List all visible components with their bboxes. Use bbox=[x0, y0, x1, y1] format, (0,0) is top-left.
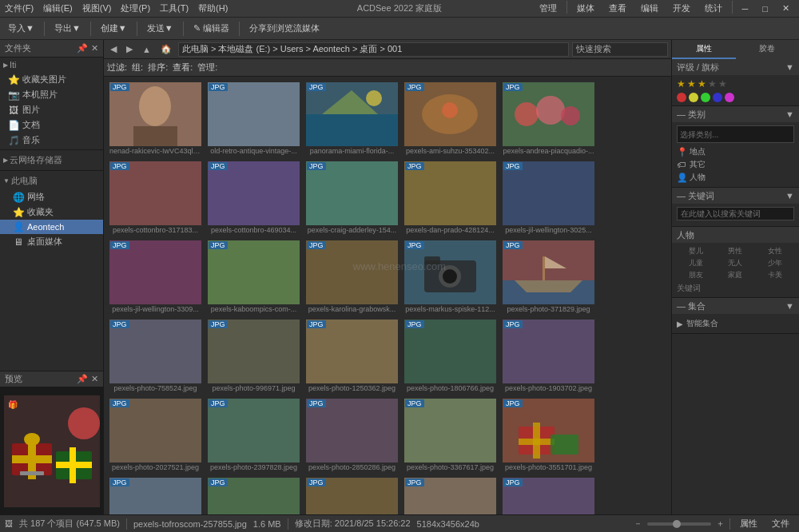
thumbnail-item[interactable]: JPG pexels-andrea-piacquadio-... bbox=[500, 80, 597, 157]
tree-item-favorites[interactable]: ⭐ 收藏夹 bbox=[0, 204, 103, 220]
tree-item-pictures[interactable]: 🖼 图片 bbox=[0, 102, 103, 117]
vb-filter[interactable]: 过滤: bbox=[107, 62, 127, 73]
mode-edit[interactable]: 编辑 bbox=[636, 1, 663, 16]
menu-help[interactable]: 帮助(H) bbox=[198, 2, 228, 14]
thumbnail-item[interactable]: JPG panorama-miami-florida-... bbox=[304, 80, 400, 157]
window-close[interactable]: ✕ bbox=[777, 1, 794, 16]
star2[interactable]: ★ bbox=[687, 78, 696, 89]
mode-media[interactable]: 媒体 bbox=[572, 1, 599, 16]
thumbnail-item[interactable]: JPG nenad-rakicevic-IwVC43qly... bbox=[107, 80, 204, 157]
nav-back-button[interactable]: ◀ bbox=[107, 43, 120, 55]
window-maximize[interactable]: □ bbox=[757, 1, 773, 16]
person-friend[interactable]: 朋友 bbox=[677, 270, 715, 280]
thumbnail-item[interactable]: JPG pexels-cottonbro-317183... bbox=[107, 159, 204, 236]
zoom-slider[interactable] bbox=[647, 522, 711, 526]
toolbar-editor[interactable]: ✎ 编辑器 bbox=[189, 21, 234, 36]
panel-close-icon[interactable]: ✕ bbox=[91, 43, 98, 54]
preview-pin-icon[interactable]: 📌 bbox=[77, 374, 88, 384]
preview-close-icon[interactable]: ✕ bbox=[91, 374, 98, 384]
thumbnail-item[interactable]: JPG pexels-craig-adderley-154... bbox=[304, 159, 400, 236]
view-mode-file[interactable]: 文件 bbox=[767, 516, 794, 531]
star3[interactable]: ★ bbox=[698, 78, 706, 89]
vb-group[interactable]: 组: bbox=[132, 62, 143, 73]
menu-view[interactable]: 视图(V) bbox=[82, 2, 112, 14]
thumbnail-item[interactable]: JPG pexels-photo-3367617.jpeg bbox=[402, 396, 499, 474]
thumbnail-item[interactable]: JPG pexels-photo-1903702.jpeg bbox=[500, 317, 597, 395]
star1[interactable]: ★ bbox=[677, 78, 686, 89]
person-family[interactable]: 家庭 bbox=[717, 270, 755, 280]
section-category-toggle[interactable]: ▼ bbox=[785, 109, 794, 119]
thumbnail-item[interactable]: JPG pexels-photo-3551701.jpeg bbox=[500, 396, 597, 474]
section-keywords-toggle[interactable]: ▼ bbox=[785, 191, 794, 200]
menu-edit[interactable]: 编辑(E) bbox=[43, 2, 73, 14]
vb-sort[interactable]: 排序: bbox=[148, 62, 168, 73]
person-baby[interactable]: 婴儿 bbox=[677, 246, 715, 256]
person-child[interactable]: 儿童 bbox=[677, 258, 715, 268]
section-keywords-header[interactable]: — 关键词 ▼ bbox=[672, 188, 799, 204]
thumbnail-item[interactable]: JPG pexels-pixabay-264771.jpeg bbox=[205, 475, 302, 514]
category-other[interactable]: 🏷 其它 bbox=[677, 158, 794, 171]
person-female[interactable]: 女性 bbox=[756, 246, 794, 256]
smart-collection-item[interactable]: ▶ 智能集合 bbox=[677, 317, 794, 330]
toolbar-share[interactable]: 分享到浏览流媒体 bbox=[244, 21, 324, 36]
thumbnail-item[interactable]: JPG pexels-photomix-compan... bbox=[107, 475, 204, 514]
mode-view[interactable]: 查看 bbox=[604, 1, 631, 16]
nav-up-button[interactable]: ▲ bbox=[139, 44, 154, 55]
vb-view[interactable]: 查看: bbox=[173, 62, 193, 73]
tree-group-pc[interactable]: ▼ 此电脑 bbox=[0, 173, 103, 189]
thumbnail-item[interactable]: JPG pexels-photo-996971.jpeg bbox=[205, 317, 302, 395]
toolbar-export[interactable]: 导出▼ bbox=[50, 21, 85, 36]
thumbnail-item[interactable]: JPG old-retro-antique-vintage-... bbox=[205, 80, 302, 157]
thumbnail-item[interactable]: JPG pexels-photo-758524.jpeg bbox=[107, 317, 204, 395]
flag-yellow[interactable] bbox=[689, 93, 698, 102]
flag-blue[interactable] bbox=[713, 93, 722, 102]
tree-item-music[interactable]: 🎵 音乐 bbox=[0, 133, 103, 148]
vb-manage[interactable]: 管理: bbox=[197, 62, 217, 73]
keyword-search-input[interactable] bbox=[677, 207, 794, 220]
thumbnail-item[interactable]: JPG pexels-sabel-blanco-1835... bbox=[402, 475, 499, 514]
person-teen[interactable]: 少年 bbox=[756, 258, 794, 268]
tab-filmstrip[interactable]: 胶卷 bbox=[736, 40, 800, 59]
star5[interactable]: ★ bbox=[718, 78, 727, 89]
thumbnail-item[interactable]: JPG pexels-ami-suhzu-353402... bbox=[402, 80, 499, 157]
nav-home-button[interactable]: 🏠 bbox=[157, 43, 175, 55]
flag-green[interactable] bbox=[701, 93, 710, 102]
panel-pin-icon[interactable]: 📌 bbox=[77, 43, 88, 54]
category-people[interactable]: 👤 人物 bbox=[677, 171, 794, 184]
tree-item-saved[interactable]: ⭐ 收藏夹图片 bbox=[0, 72, 103, 87]
thumbnail-item[interactable]: JPG pexels-dan-prado-428124... bbox=[402, 159, 499, 236]
mode-develop[interactable]: 开发 bbox=[668, 1, 695, 16]
view-mode-props[interactable]: 属性 bbox=[735, 516, 762, 531]
category-input[interactable] bbox=[680, 130, 791, 139]
tree-item-documents[interactable]: 📄 文档 bbox=[0, 117, 103, 133]
tree-item-media[interactable]: 🖥 桌面媒体 bbox=[0, 234, 103, 249]
toolbar-import[interactable]: 导入▼ bbox=[3, 21, 39, 36]
thumbnail-item[interactable]: JPG pexels-sharon-mccutcheo... bbox=[500, 475, 597, 514]
menu-file[interactable]: 文件(F) bbox=[5, 2, 34, 14]
section-category-header[interactable]: — 类别 ▼ bbox=[672, 106, 799, 122]
section-rating-toggle[interactable]: ▼ bbox=[785, 62, 794, 72]
menu-tools[interactable]: 工具(T) bbox=[160, 2, 189, 14]
thumbnail-area[interactable]: JPG nenad-rakicevic-IwVC43qly... JPG old… bbox=[104, 77, 671, 514]
thumbnail-item[interactable]: JPG pexels-photo-2397828.jpeg bbox=[205, 396, 302, 474]
address-path[interactable]: 此电脑 > 本地磁盘 (E:) > Users > Aeontech > 桌面 … bbox=[178, 42, 569, 57]
section-rating-header[interactable]: 评级 / 旗标 ▼ bbox=[672, 59, 799, 75]
flag-purple[interactable] bbox=[725, 93, 734, 102]
person-male[interactable]: 男性 bbox=[717, 246, 755, 256]
tree-item-network[interactable]: 🌐 网络 bbox=[0, 189, 103, 204]
thumbnail-item[interactable]: JPG pexels-photo-2850286.jpeg bbox=[304, 396, 400, 474]
thumbnail-item[interactable]: JPG pexels-cottonbro-469034... bbox=[205, 159, 302, 236]
thumbnail-item[interactable]: JPG pexels-photo-1806766.jpeg bbox=[402, 317, 499, 395]
category-location[interactable]: 📍 地点 bbox=[677, 145, 794, 158]
tab-properties[interactable]: 属性 bbox=[672, 40, 736, 59]
thumbnail-item[interactable]: JPG pexels-jil-wellington-3309... bbox=[107, 238, 204, 316]
zoom-thumb[interactable] bbox=[673, 520, 681, 528]
toolbar-create[interactable]: 创建▼ bbox=[96, 21, 132, 36]
thumbnail-item[interactable]: JPG pexels-photo-371829.jpeg bbox=[500, 238, 597, 316]
section-collection-toggle[interactable]: ▼ bbox=[785, 301, 794, 311]
nav-forward-button[interactable]: ▶ bbox=[123, 43, 136, 55]
mode-manage[interactable]: 管理 bbox=[535, 1, 562, 16]
thumbnail-item[interactable]: JPG pexels-pixabay-264791.jpeg bbox=[304, 475, 400, 514]
tree-group-cloud[interactable]: ▶ 云网络存储器 bbox=[0, 152, 103, 169]
toolbar-send[interactable]: 发送▼ bbox=[142, 21, 178, 36]
